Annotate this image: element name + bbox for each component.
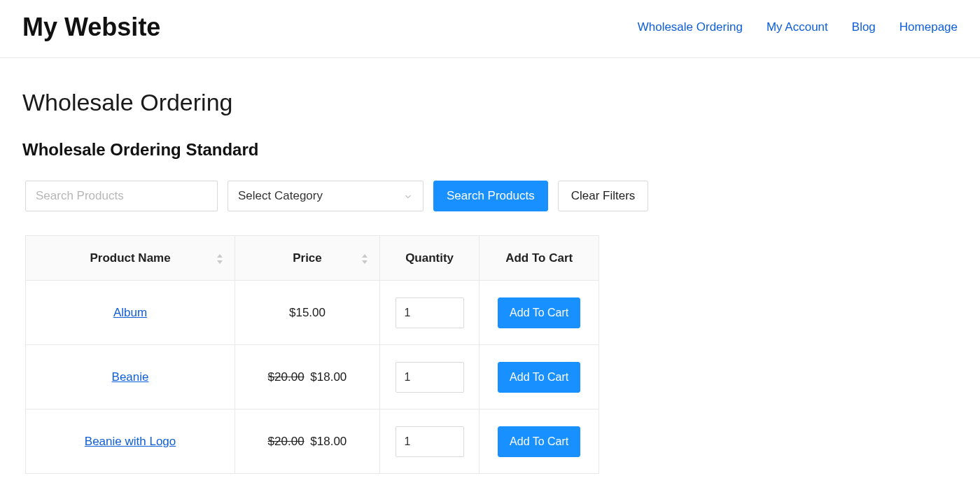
category-select-label: Select Category — [238, 189, 323, 203]
category-select[interactable]: Select Category — [227, 181, 424, 211]
sort-icon — [216, 253, 223, 263]
product-price: $15.00 — [289, 306, 326, 319]
clear-filters-button[interactable]: Clear Filters — [558, 181, 649, 211]
chevron-down-icon — [403, 191, 413, 201]
col-header-add-to-cart: Add To Cart — [479, 236, 599, 281]
table-row: Album $15.00 Add To Cart — [26, 281, 599, 345]
col-header-price-label: Price — [293, 251, 322, 265]
site-title: My Website — [22, 13, 160, 42]
add-to-cart-button[interactable]: Add To Cart — [498, 426, 580, 457]
col-header-product-name-label: Product Name — [90, 251, 170, 265]
svg-marker-0 — [217, 254, 223, 258]
col-header-quantity-label: Quantity — [405, 251, 454, 265]
svg-marker-2 — [362, 254, 368, 258]
svg-marker-1 — [217, 260, 223, 264]
quantity-input[interactable] — [396, 362, 464, 393]
col-header-quantity: Quantity — [379, 236, 479, 281]
product-price: $18.00 — [310, 435, 346, 448]
page-title: Wholesale Ordering — [22, 89, 958, 116]
nav-homepage[interactable]: Homepage — [899, 20, 958, 34]
nav-my-account[interactable]: My Account — [766, 20, 828, 34]
quantity-input[interactable] — [396, 426, 464, 457]
product-original-price: $20.00 — [268, 435, 304, 448]
svg-marker-3 — [362, 260, 368, 264]
product-original-price: $20.00 — [268, 370, 304, 384]
col-header-price[interactable]: Price — [235, 236, 380, 281]
main-content: Wholesale Ordering Wholesale Ordering St… — [0, 58, 980, 488]
add-to-cart-button[interactable]: Add To Cart — [498, 362, 580, 393]
page-subtitle: Wholesale Ordering Standard — [22, 140, 958, 160]
product-link[interactable]: Beanie with Logo — [85, 435, 176, 448]
product-link[interactable]: Album — [113, 306, 147, 319]
search-input[interactable] — [25, 181, 218, 211]
products-table: Product Name Price — [25, 235, 599, 474]
table-row: Beanie $20.00 $18.00 Add To Cart — [26, 345, 599, 410]
table-header-row: Product Name Price — [26, 236, 599, 281]
nav-wholesale-ordering[interactable]: Wholesale Ordering — [638, 20, 743, 34]
quantity-input[interactable] — [396, 298, 464, 328]
col-header-product-name[interactable]: Product Name — [26, 236, 235, 281]
site-header: My Website Wholesale Ordering My Account… — [0, 0, 980, 58]
table-row: Beanie with Logo $20.00 $18.00 Add To Ca… — [26, 410, 599, 474]
add-to-cart-button[interactable]: Add To Cart — [498, 298, 580, 328]
product-price: $18.00 — [310, 370, 346, 384]
top-nav: Wholesale Ordering My Account Blog Homep… — [638, 20, 958, 34]
col-header-add-label: Add To Cart — [505, 251, 573, 265]
search-button[interactable]: Search Products — [433, 181, 548, 211]
product-link[interactable]: Beanie — [112, 370, 149, 384]
nav-blog[interactable]: Blog — [852, 20, 876, 34]
sort-icon — [361, 253, 368, 263]
filter-bar: Select Category Search Products Clear Fi… — [22, 181, 958, 211]
